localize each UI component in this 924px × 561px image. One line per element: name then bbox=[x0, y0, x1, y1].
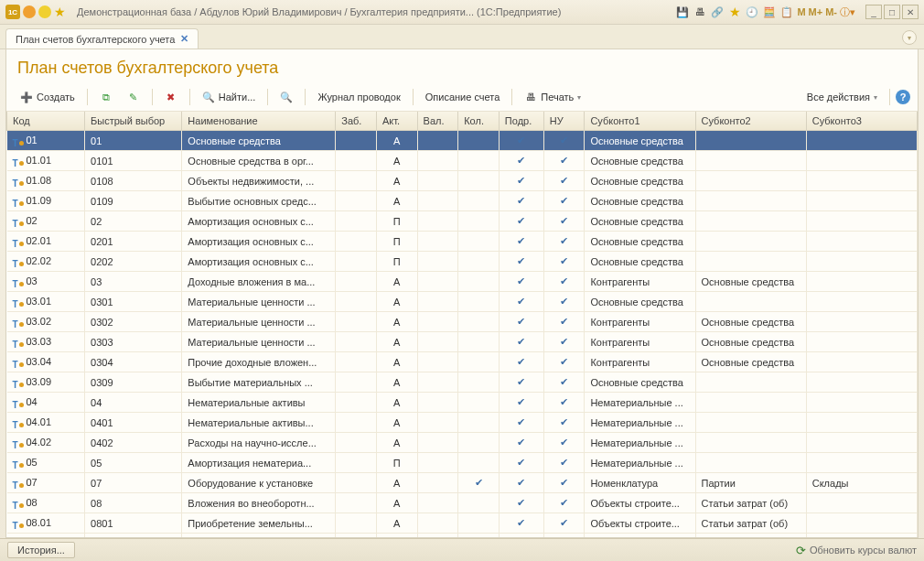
table-row[interactable]: T04.020402Расходы на научно-иссле...А✔✔Н… bbox=[7, 433, 918, 453]
favorite-icon[interactable]: ★ bbox=[54, 5, 66, 19]
table-row[interactable]: T03.010301Материальные ценности ...А✔✔Ос… bbox=[7, 292, 918, 312]
table-row[interactable]: T02.010201Амортизация основных с...П✔✔Ос… bbox=[7, 232, 918, 252]
cell: Объекты недвижимости, ... bbox=[182, 171, 336, 191]
table-row[interactable]: T01.010101Основные средства в орг...А✔✔О… bbox=[7, 151, 918, 171]
col-header[interactable]: Акт. bbox=[376, 112, 417, 131]
cell: ✔ bbox=[543, 272, 585, 292]
col-header[interactable]: Наименование bbox=[182, 112, 336, 131]
table-row[interactable]: T0808Вложения во внеоборотн...А✔✔Объекты… bbox=[7, 493, 918, 513]
link-icon[interactable]: 🔗 bbox=[710, 5, 725, 19]
col-header[interactable]: Код bbox=[7, 112, 85, 131]
col-header[interactable]: Кол. bbox=[458, 112, 500, 131]
calc-icon[interactable]: 🧮 bbox=[762, 5, 777, 19]
cell bbox=[336, 534, 377, 538]
col-header[interactable]: Вал. bbox=[417, 112, 458, 131]
clear-find-button[interactable]: 🔍 bbox=[274, 87, 299, 107]
cell: ✔ bbox=[499, 534, 543, 538]
cell bbox=[806, 232, 917, 252]
col-header[interactable]: НУ bbox=[543, 112, 585, 131]
cell: Приобретение земельны... bbox=[182, 513, 336, 534]
cell bbox=[695, 151, 806, 171]
table-row[interactable]: T0404Нематериальные активыА✔✔Нематериаль… bbox=[7, 393, 918, 413]
cell: 0303 bbox=[85, 332, 182, 352]
cell: T03.01 bbox=[7, 292, 85, 312]
m-icon[interactable]: M bbox=[797, 6, 805, 17]
col-header[interactable]: Субконто3 bbox=[806, 112, 917, 131]
table-row[interactable]: T0303Доходные вложения в ма...А✔✔Контраг… bbox=[7, 272, 918, 292]
table-row[interactable]: T03.030303Материальные ценности ...А✔✔Ко… bbox=[7, 332, 918, 352]
cell: А bbox=[376, 151, 417, 171]
nav-back-icon[interactable] bbox=[23, 5, 36, 18]
refresh-rates-link[interactable]: Обновить курсы валют bbox=[810, 545, 917, 556]
table-row[interactable]: T0101Основные средстваА✔✔Основные средст… bbox=[7, 131, 918, 151]
tab-close-icon[interactable]: ✕ bbox=[180, 33, 188, 45]
table-row[interactable]: T08.010801Приобретение земельны...А✔✔Объ… bbox=[7, 513, 918, 534]
table-row[interactable]: T02.020202Амортизация основных с...П✔✔Ос… bbox=[7, 252, 918, 272]
col-header[interactable]: Субконто2 bbox=[695, 112, 806, 131]
pencil-icon: ✎ bbox=[127, 91, 140, 103]
cell: Материальные ценности ... bbox=[182, 312, 336, 332]
delete-button[interactable]: ✖ bbox=[158, 87, 184, 107]
col-header[interactable]: Субконто1 bbox=[585, 112, 695, 131]
save-icon[interactable]: 💾 bbox=[675, 5, 690, 19]
cell bbox=[695, 453, 806, 473]
table-row[interactable]: T08.020802Приобретение объектов ...А✔✔Об… bbox=[7, 534, 918, 538]
table-row[interactable]: T0505Амортизация нематериа...П✔✔Нематери… bbox=[7, 453, 918, 473]
create-button[interactable]: ➕ Создать bbox=[14, 87, 81, 107]
cell: Статьи затрат (об) bbox=[695, 493, 806, 513]
cell: Прочие доходные вложен... bbox=[182, 352, 336, 372]
journal-button[interactable]: Журнал проводок bbox=[311, 88, 406, 106]
col-header[interactable]: Быстрый выбор bbox=[85, 112, 182, 131]
table-row[interactable]: T03.090309Выбытие материальных ...А✔✔Осн… bbox=[7, 372, 918, 393]
cell bbox=[458, 413, 500, 433]
cell bbox=[417, 232, 458, 252]
edit-button[interactable]: ✎ bbox=[121, 87, 146, 107]
maximize-button[interactable]: □ bbox=[884, 5, 900, 19]
cell: ✔ bbox=[499, 493, 543, 513]
cell: T03.09 bbox=[7, 372, 85, 393]
copy-button[interactable]: ⧉ bbox=[93, 87, 119, 107]
table-row[interactable]: T03.040304Прочие доходные вложен...А✔✔Ко… bbox=[7, 352, 918, 372]
close-button[interactable]: ✕ bbox=[902, 5, 919, 19]
cell: T07 bbox=[7, 473, 85, 493]
cell: ✔ bbox=[543, 513, 585, 534]
refresh-icon[interactable]: ⟳ bbox=[796, 544, 806, 557]
cell bbox=[417, 433, 458, 453]
grid-scroll[interactable]: КодБыстрый выборНаименованиеЗаб.Акт.Вал.… bbox=[6, 112, 918, 537]
table-row[interactable]: T01.080108Объекты недвижимости, ...А✔✔Ос… bbox=[7, 171, 918, 191]
calendar-icon[interactable]: 📋 bbox=[779, 5, 794, 19]
history-icon[interactable]: 🕘 bbox=[745, 5, 759, 19]
table-row[interactable]: T0707Оборудование к установкеА✔✔✔Номенкл… bbox=[7, 473, 918, 493]
help-button[interactable]: ? bbox=[896, 90, 910, 104]
table-row[interactable]: T04.010401Нематериальные активы...А✔✔Нем… bbox=[7, 413, 918, 433]
table-row[interactable]: T01.090109Выбытие основных средс...А✔✔Ос… bbox=[7, 191, 918, 211]
m-plus-icon[interactable]: M+ bbox=[809, 6, 823, 17]
history-button[interactable]: История... bbox=[7, 542, 75, 558]
cell bbox=[336, 171, 377, 191]
info-icon[interactable]: ⓘ▾ bbox=[840, 5, 854, 19]
table-row[interactable]: T0202Амортизация основных с...П✔✔Основны… bbox=[7, 211, 918, 232]
m-minus-icon[interactable]: M- bbox=[825, 6, 837, 17]
tabs-dropdown-icon[interactable]: ▾ bbox=[902, 30, 917, 45]
cell bbox=[806, 191, 917, 211]
cell: T08.01 bbox=[7, 513, 85, 534]
all-actions-button[interactable]: Все действия ▾ bbox=[800, 88, 884, 106]
find-button[interactable]: 🔍 Найти... bbox=[196, 87, 263, 107]
nav-fwd-icon[interactable] bbox=[38, 5, 51, 18]
cell bbox=[806, 312, 917, 332]
tab-chart-of-accounts[interactable]: План счетов бухгалтерского учета ✕ bbox=[5, 28, 199, 49]
minimize-button[interactable]: _ bbox=[865, 5, 882, 19]
star-icon[interactable]: ★ bbox=[727, 5, 742, 19]
cell: ✔ bbox=[499, 453, 543, 473]
col-header[interactable]: Подр. bbox=[499, 112, 543, 131]
table-row[interactable]: T03.020302Материальные ценности ...А✔✔Ко… bbox=[7, 312, 918, 332]
print-button[interactable]: 🖶 Печать ▾ bbox=[518, 87, 587, 107]
col-header[interactable]: Заб. bbox=[336, 112, 377, 131]
cell bbox=[458, 352, 500, 372]
cell bbox=[806, 493, 917, 513]
description-button[interactable]: Описание счета bbox=[419, 88, 507, 106]
cell: T05 bbox=[7, 453, 85, 473]
cell bbox=[458, 232, 500, 252]
print-icon[interactable]: 🖶 bbox=[693, 5, 707, 19]
cell: ✔ bbox=[543, 352, 585, 372]
